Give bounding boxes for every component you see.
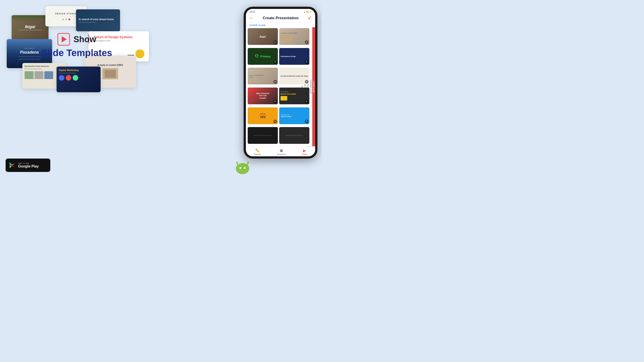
slide-study-title: A study in scarlet (1887)	[280, 32, 308, 34]
thumbnail-pasadena-gallery: GALLERY	[24, 47, 34, 49]
app-logo-area: Show Slide Templates	[41, 33, 112, 58]
svg-point-9	[240, 167, 241, 169]
google-play-icon	[9, 162, 16, 169]
phone-header-title: Create Presentation	[263, 16, 299, 20]
slide-item-blitz[interactable]: RATHER ON BLITZ SCALING 👁	[279, 87, 309, 104]
slide-privacy-eye[interactable]: 👁	[274, 60, 277, 64]
svg-point-10	[244, 167, 246, 169]
themes-label: Themes	[254, 153, 261, 155]
google-play-text: GET IT ON Google Play	[18, 162, 39, 168]
app-tagline: Slide Templates	[41, 48, 112, 58]
confirm-button[interactable]: ✓	[308, 15, 312, 21]
android-mascot	[231, 161, 254, 181]
slide-mba-eye[interactable]: 👁	[274, 100, 277, 103]
status-icons: ▲ 📶 🔋	[304, 11, 312, 13]
thumbnail-dream-home: In search of your dream home Why should …	[76, 9, 120, 31]
slide-blitz-title: BLITZ SCALING	[280, 93, 308, 95]
slide-item-dark1[interactable]	[248, 127, 278, 144]
back-button[interactable]: ←	[250, 16, 254, 20]
thumbnail-dream-home-title: In search of your dream home	[79, 18, 114, 21]
play-icon	[62, 36, 66, 42]
slide-item-study2[interactable]: A study in scarlet (1887) 👁	[248, 68, 278, 84]
slide-item-study[interactable]: A study in scarlet (1887) 👁	[279, 28, 309, 45]
nav-templates[interactable]: ⊞ Templates	[277, 148, 286, 155]
slide-item-ikigai[interactable]: Ikigai 👁	[248, 28, 278, 45]
slide-item-participatory[interactable]: Participatory Design 👁	[279, 48, 309, 65]
google-play-button[interactable]: GET IT ON Google Play	[6, 159, 50, 172]
side-tab-cover[interactable]: COVER SLIDE	[312, 27, 315, 146]
slide-participatory-eye[interactable]: 👁	[305, 60, 308, 64]
slide-item-sales[interactable]: MASTER ON Sales Leads 👁	[279, 107, 309, 124]
slides-label: Slides	[302, 153, 307, 155]
thumbnail-pasadena-title: Pasadena	[20, 50, 39, 55]
svg-point-8	[236, 163, 249, 174]
svg-point-7	[247, 162, 249, 163]
slide-item-mba[interactable]: MBA LESSONSFOR THECHAMP. 👁	[248, 87, 278, 104]
slide-sales-eye[interactable]: 👁	[305, 120, 308, 123]
slide-cold-eye[interactable]: 👁	[274, 120, 277, 123]
phone-mockup: 14:07 ▲ 📶 🔋 ← Create Presentation ✓ COVE…	[244, 7, 318, 159]
slide-architecture-title: Art and Architecture under the Chips	[280, 75, 308, 77]
slides-icon: ▶	[303, 148, 306, 153]
app-name: Show	[74, 35, 96, 44]
thumbnail-scarlet-title: A study in scarlet (1887)	[98, 64, 123, 66]
phone-status-bar: 14:07 ▲ 📶 🔋	[246, 9, 315, 14]
thumbnail-digital-sub: How to reach your ideal customers	[59, 72, 98, 74]
phone-screen: 14:07 ▲ 📶 🔋 ← Create Presentation ✓ COVE…	[246, 9, 315, 156]
slide-study2-title: A study in scarlet (1887)	[249, 75, 276, 76]
slide-item-dark2[interactable]	[279, 127, 309, 144]
slide-item-privacy[interactable]: 🛡 Privacy 👁	[248, 48, 278, 65]
thumbnail-pasadena-sub: in search of the places designers and pl…	[18, 58, 40, 60]
thumbnail-digital-title: Digital Marketing	[59, 69, 98, 71]
slide-ikigai-eye[interactable]: 👁	[274, 40, 277, 44]
slide-blitz-header: RATHER ON	[280, 91, 308, 92]
slide-study-eye[interactable]: 👁	[305, 40, 308, 44]
side-tabs: COVER SLIDE CONTENT SLIDE COMPARISON SLI…	[311, 27, 315, 146]
google-play-get-it: GET IT ON	[18, 162, 39, 164]
slides-content-area: Ikigai 👁 A study in scarlet (1887) 👁 🛡	[246, 27, 315, 146]
templates-icon: ⊞	[280, 148, 283, 153]
thumbnail-ikigai-title: Ikigai	[25, 24, 35, 29]
app-logo-icon	[58, 33, 70, 45]
svg-point-6	[236, 162, 238, 163]
phone-header[interactable]: ← Create Presentation ✓	[246, 14, 315, 23]
slide-participatory-title: Participatory Design	[280, 56, 308, 57]
themes-icon: ✏️	[255, 148, 260, 153]
cover-slide-section-label: COVER SLIDE	[246, 23, 315, 27]
phone-bottom-nav: ✏️ Themes ⊞ Templates ▶ Slides	[246, 146, 315, 156]
nav-slides[interactable]: ▶ Slides	[302, 148, 307, 155]
slide-blitz-eye[interactable]: 👁	[305, 100, 308, 103]
side-tab-content[interactable]: CONTENT SLIDE	[309, 27, 312, 146]
thumbnail-design-studio-title: DESIGN STUDIO	[55, 12, 77, 15]
thumbnail-digital: Digital Marketing How to reach your idea…	[56, 66, 100, 92]
slide-item-cold[interactable]: COLD CALLING TIPS 👁	[248, 107, 278, 124]
nav-themes[interactable]: ✏️ Themes	[254, 148, 261, 155]
slide-item-architecture[interactable]: Art and Architecture under the Chips 👁	[279, 68, 309, 84]
thumbnail-dream-home-sub: Why should you want to be a...	[79, 22, 97, 23]
google-play-store-name: Google Play	[18, 164, 39, 168]
thumbnail-ikigai-sub: The Japanese Secret to a Long and Happy …	[18, 29, 42, 30]
phone-time: 14:07	[250, 11, 255, 13]
templates-label: Templates	[277, 153, 286, 155]
